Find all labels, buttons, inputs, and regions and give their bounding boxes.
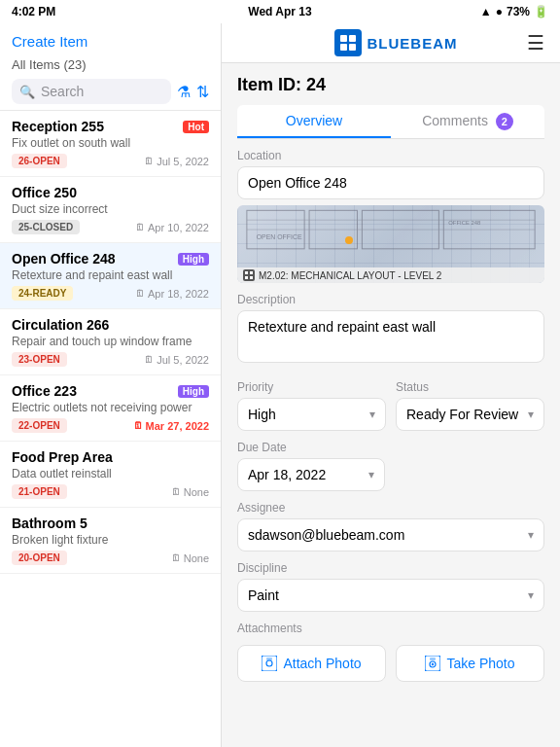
due-date-label: Due Date [237,441,544,454]
item-id: Item ID: 24 [237,75,544,95]
bluebeam-logo-svg [337,32,359,53]
priority-dropdown[interactable]: High ▾ [237,398,386,431]
item-date: 🗓 Apr 10, 2022 [135,222,209,233]
status-indicators: ▲ ● 73% 🔋 [480,5,548,18]
discipline-dropdown[interactable]: Paint ▾ [237,579,544,612]
priority-status-row: Priority High ▾ Status Ready For Review … [237,371,544,431]
item-badge: Hot [183,121,209,133]
list-item[interactable]: Circulation 266 Repair and touch up wind… [0,309,221,375]
discipline-label: Discipline [237,561,544,575]
status-tag: 23-OPEN [12,352,67,367]
search-icon: 🔍 [19,85,35,99]
list-item[interactable]: Open Office 248 High Retexture and repai… [0,243,221,309]
tab-comments[interactable]: Comments 2 [391,105,544,138]
item-header: Bathroom 5 [12,516,209,531]
priority-chevron-icon: ▾ [369,408,375,421]
svg-rect-15 [250,271,253,274]
item-header: Food Prep Area [12,449,209,465]
list-item[interactable]: Food Prep Area Data outlet reinstall 21-… [0,442,221,508]
list-item[interactable]: Office 223 High Electric outlets not rec… [0,375,221,442]
calendar-icon: 🗓 [144,156,154,166]
item-footer: 21-OPEN 🗓 None [12,484,209,499]
calendar-icon: 🗓 [135,222,145,232]
sort-icon[interactable]: ⇅ [196,83,209,101]
priority-col: Priority High ▾ [237,371,386,431]
svg-rect-3 [340,44,347,51]
create-item-button[interactable]: Create Item [12,31,88,52]
svg-text:OFFICE 248: OFFICE 248 [448,220,481,226]
take-photo-button[interactable]: Take Photo [396,645,544,682]
item-footer: 22-OPEN 🗓 Mar 27, 2022 [12,418,209,433]
calendar-icon: 🗓 [133,420,143,431]
item-desc: Broken light fixture [12,533,209,547]
filter-icon[interactable]: ⚗ [177,83,191,101]
item-title: Food Prep Area [12,449,113,465]
item-desc: Data outlet reinstall [12,467,209,480]
item-footer: 24-READY 🗓 Apr 18, 2022 [12,286,209,301]
calendar-icon: 🗓 [135,288,145,299]
assignee-chevron-icon: ▾ [528,528,534,542]
all-items-label: All Items (23) [12,57,87,72]
items-list: Reception 255 Hot Fix outlet on south wa… [0,111,221,747]
attachments-label: Attachments [237,622,544,635]
tab-overview[interactable]: Overview [237,105,391,138]
svg-rect-4 [349,44,356,51]
assignee-label: Assignee [237,501,544,515]
blueprint-image: OPEN OFFICE OFFICE 248 M2.02: MECHANICAL… [237,205,544,283]
item-header: Circulation 266 [12,317,209,333]
item-desc: Electric outlets not receiving power [12,401,209,414]
status-bar: 4:02 PM Wed Apr 13 ▲ ● 73% 🔋 [0,0,560,23]
due-date-dropdown[interactable]: Apr 18, 2022 ▾ [237,458,385,491]
status-time: 4:02 PM [12,5,55,18]
status-label: Status [396,380,544,394]
svg-rect-20 [266,658,272,660]
list-item[interactable]: Bathroom 5 Broken light fixture 20-OPEN … [0,508,221,574]
battery-icon: 🔋 [534,5,548,18]
svg-rect-17 [250,276,253,279]
left-header: Create Item All Items (23) 🔍 ⚗ ⇅ [0,23,221,111]
search-row: 🔍 ⚗ ⇅ [12,79,209,104]
hamburger-menu[interactable]: ☰ [527,31,544,54]
item-date: 🗓 None [171,486,209,498]
tabs: Overview Comments 2 [237,105,544,139]
item-footer: 25-CLOSED 🗓 Apr 10, 2022 [12,220,209,234]
bluebeam-logo: BLUEBEAM [334,29,458,56]
item-date: 🗓 Apr 18, 2022 [135,288,209,300]
item-footer: 26-OPEN 🗓 Jul 5, 2022 [12,154,209,168]
svg-rect-14 [245,271,248,274]
status-tag: 22-OPEN [12,418,67,433]
item-date: 🗓 None [171,552,209,564]
right-panel: BLUEBEAM ☰ Item ID: 24 Overview Comments… [222,23,560,747]
logo-icon [334,29,362,56]
item-title: Circulation 266 [12,317,109,333]
calendar-icon: 🗓 [171,486,181,497]
item-title: Reception 255 [12,119,104,134]
item-header: Open Office 248 High [12,251,209,267]
svg-point-19 [266,660,272,666]
svg-text:OPEN OFFICE: OPEN OFFICE [257,233,302,240]
status-dropdown[interactable]: Ready For Review ▾ [396,398,544,431]
list-item[interactable]: Reception 255 Hot Fix outlet on south wa… [0,111,221,177]
item-date: 🗓 Mar 27, 2022 [133,420,209,432]
item-desc: Repair and touch up window frame [12,335,209,348]
list-item[interactable]: Office 250 Duct size incorrect 25-CLOSED… [0,177,221,243]
item-title: Open Office 248 [12,251,116,267]
item-header: Reception 255 Hot [12,119,209,134]
item-desc: Retexture and repaint east wall [12,268,209,282]
status-tag: 21-OPEN [12,484,67,499]
item-badge: High [178,253,209,266]
top-nav: BLUEBEAM ☰ [222,23,560,63]
status-tag: 20-OPEN [12,551,67,565]
assignee-dropdown[interactable]: sdawson@bluebeam.com ▾ [237,518,544,551]
search-input[interactable] [41,84,163,99]
description-label: Description [237,293,544,306]
search-box: 🔍 [12,79,171,104]
attach-photo-button[interactable]: Attach Photo [237,645,386,682]
blueprint-svg: OPEN OFFICE OFFICE 248 [237,205,544,266]
status-chevron-icon: ▾ [528,408,534,421]
logo-text: BLUEBEAM [368,35,458,52]
blueprint-marker [345,236,353,244]
attachments-row: Attach Photo Take Photo [237,645,544,682]
take-photo-icon [425,656,440,671]
battery-level: 73% [507,5,530,18]
